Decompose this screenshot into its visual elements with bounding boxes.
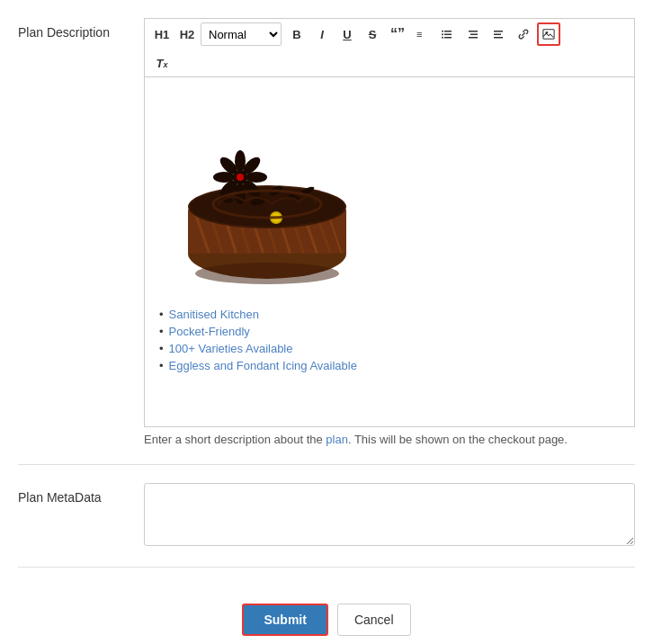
svg-rect-11 <box>494 34 501 36</box>
plan-description-editor: H1 H2 Normal Heading 1 Heading 2 Heading… <box>144 18 635 446</box>
bullet-item-1: Sanitised Kitchen <box>159 308 620 321</box>
svg-rect-13 <box>543 30 554 40</box>
svg-rect-2 <box>444 34 452 36</box>
svg-point-48 <box>195 263 339 284</box>
bullet-item-2: Pocket-Friendly <box>159 325 620 338</box>
svg-point-5 <box>442 33 443 35</box>
clear-format-button[interactable]: Tx <box>150 51 174 75</box>
svg-point-6 <box>442 37 443 39</box>
italic-button[interactable]: I <box>310 22 334 46</box>
svg-rect-1 <box>444 31 452 32</box>
cake-image-container <box>177 101 357 290</box>
indent-right-button[interactable] <box>487 22 510 46</box>
cancel-button[interactable]: Cancel <box>337 604 411 636</box>
svg-rect-10 <box>494 31 503 32</box>
svg-rect-9 <box>469 37 478 39</box>
plan-metadata-label: Plan MetaData <box>18 483 144 505</box>
editor-toolbar-row2: Tx <box>144 49 635 76</box>
svg-text:≡: ≡ <box>416 29 422 40</box>
submit-button[interactable]: Submit <box>242 604 327 636</box>
cake-svg <box>177 101 357 285</box>
editor-body[interactable]: Sanitised Kitchen Pocket-Friendly 100+ V… <box>144 76 635 427</box>
svg-rect-8 <box>470 34 478 36</box>
bold-button[interactable]: B <box>285 22 309 46</box>
format-select[interactable]: Normal Heading 1 Heading 2 Heading 3 <box>201 22 282 46</box>
plan-metadata-row: Plan MetaData <box>18 483 635 568</box>
h1-button[interactable]: H1 <box>150 22 174 46</box>
h2-button[interactable]: H2 <box>175 22 199 46</box>
helper-text: Enter a short description about the plan… <box>144 433 635 446</box>
strikethrough-button[interactable]: S <box>361 22 384 46</box>
editor-toolbar-row1: H1 H2 Normal Heading 1 Heading 2 Heading… <box>144 18 635 49</box>
svg-rect-3 <box>444 37 452 39</box>
underline-button[interactable]: U <box>335 22 359 46</box>
svg-point-4 <box>442 31 443 32</box>
blockquote-button[interactable]: “” <box>386 22 409 46</box>
bullet-item-4: Eggless and Fondant Icing Available <box>159 359 620 372</box>
svg-point-39 <box>237 174 244 181</box>
unordered-list-button[interactable] <box>436 22 460 46</box>
image-button[interactable] <box>537 22 560 46</box>
editor-bullet-list: Sanitised Kitchen Pocket-Friendly 100+ V… <box>159 308 620 372</box>
plan-description-label: Plan Description <box>18 18 144 40</box>
plan-description-row: Plan Description H1 H2 Normal Heading 1 … <box>18 18 635 465</box>
bullet-item-3: 100+ Varieties Available <box>159 342 620 355</box>
svg-rect-12 <box>494 37 503 39</box>
plan-metadata-input[interactable] <box>144 483 635 546</box>
indent-left-button[interactable] <box>461 22 485 46</box>
ordered-list-button[interactable]: ≡ <box>411 22 434 46</box>
plan-metadata-control <box>144 483 635 549</box>
link-button[interactable] <box>512 22 535 46</box>
form-buttons: Submit Cancel <box>18 586 635 636</box>
svg-rect-7 <box>469 31 478 32</box>
